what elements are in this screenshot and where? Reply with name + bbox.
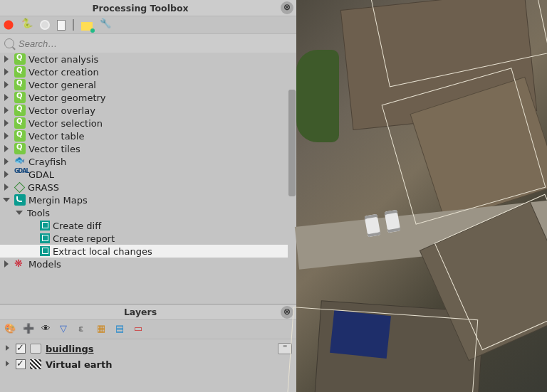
tree-algorithm-item[interactable]: Extract local changes: [0, 245, 296, 258]
tree-provider-item[interactable]: GDALGDAL: [0, 168, 296, 181]
disclosure-triangle-icon[interactable]: [3, 196, 11, 204]
tree-item-label: Vector selection: [28, 118, 103, 129]
tree-algorithm-item[interactable]: Create report: [0, 232, 296, 245]
edit-in-place-icon[interactable]: [81, 22, 93, 31]
tree-item-label: Vector general: [28, 80, 96, 90]
qgis-icon: [14, 79, 26, 90]
disclosure-triangle-icon[interactable]: [4, 361, 11, 368]
expand-all-icon[interactable]: [97, 324, 108, 335]
add-group-icon[interactable]: [23, 324, 34, 335]
processing-toolbar: [0, 16, 296, 34]
qgis-icon: [14, 105, 26, 116]
layers-toolbar: [0, 319, 296, 339]
processing-panel-title: Processing Toolbox: [0, 3, 281, 14]
left-dock: Processing Toolbox ⊗ Vector analysisVect…: [0, 0, 296, 392]
qgis-icon: [14, 66, 26, 78]
layers-panel-close-icon[interactable]: ⊗: [281, 306, 293, 319]
tree-provider-item[interactable]: Vector general: [0, 78, 296, 91]
disclosure-triangle-icon[interactable]: [3, 68, 11, 76]
remove-layer-icon[interactable]: [134, 324, 145, 335]
disclosure-triangle-icon[interactable]: [3, 183, 11, 191]
map-polygon: [286, 307, 479, 392]
qgis-icon: [14, 117, 26, 129]
tree-provider-item[interactable]: Models: [0, 258, 296, 270]
layer-visibility-checkbox[interactable]: [16, 344, 26, 354]
layer-visibility-checkbox[interactable]: [16, 359, 26, 369]
gdal-icon: GDAL: [14, 169, 26, 180]
processing-tree[interactable]: Vector analysisVector creationVector gen…: [0, 53, 296, 304]
filter-legend-icon[interactable]: [60, 324, 71, 335]
mergin-icon: [14, 194, 26, 206]
toolbar-separator: [73, 19, 74, 31]
tree-provider-item[interactable]: Vector tiles: [0, 142, 296, 155]
disclosure-triangle-icon[interactable]: [16, 208, 24, 217]
filter-expression-icon[interactable]: [78, 324, 90, 335]
tree-scrollbar-thumb[interactable]: [288, 90, 296, 196]
tree-provider-item[interactable]: Mergin Maps: [0, 194, 296, 206]
collapse-all-icon[interactable]: [115, 324, 127, 335]
layer-row[interactable]: buidlings≡: [0, 341, 296, 356]
tree-item-label: Vector overlay: [28, 105, 95, 116]
disclosure-triangle-icon[interactable]: [3, 55, 11, 63]
raster-symbol-icon: [30, 359, 41, 369]
tree-provider-item[interactable]: Crayfish: [0, 155, 296, 168]
tree-scrollbar[interactable]: [288, 53, 296, 304]
processing-panel-close-icon[interactable]: ⊗: [281, 1, 293, 14]
options-icon[interactable]: [100, 19, 111, 31]
tree-provider-item[interactable]: Vector geometry: [0, 91, 296, 104]
map-content: [296, 0, 547, 392]
tree-item-label: Extract local changes: [53, 246, 152, 257]
processing-panel-header: Processing Toolbox ⊗: [0, 0, 296, 16]
tree-provider-item[interactable]: Vector overlay: [0, 104, 296, 117]
disclosure-triangle-icon[interactable]: [4, 345, 11, 352]
layer-name-label: Virtual earth: [46, 359, 112, 370]
layer-row[interactable]: Virtual earth: [0, 356, 296, 372]
map-canvas[interactable]: [296, 0, 547, 392]
visibility-icon[interactable]: [41, 324, 53, 335]
tree-provider-item[interactable]: Vector table: [0, 129, 296, 142]
tree-provider-item[interactable]: Vector selection: [0, 117, 296, 129]
tree-item-label: Create diff: [53, 221, 101, 231]
disclosure-triangle-icon[interactable]: [3, 157, 11, 166]
layers-panel-title: Layers: [0, 307, 281, 317]
tool-icon: [40, 246, 50, 256]
disclosure-triangle-icon[interactable]: [3, 170, 11, 179]
qgis-icon: [14, 92, 26, 103]
tree-provider-item[interactable]: GRASS: [0, 181, 296, 194]
tree-item-label: Vector analysis: [28, 54, 98, 65]
layer-name-label: buidlings: [46, 344, 94, 354]
qgis-icon: [14, 53, 26, 65]
tree-item-label: Mergin Maps: [28, 195, 88, 206]
tree-item-label: Tools: [27, 208, 50, 218]
history-icon[interactable]: [40, 20, 50, 30]
tree-provider-item[interactable]: Vector analysis: [0, 53, 296, 65]
toolbox-icon[interactable]: [3, 19, 14, 31]
tree-item-label: Vector tiles: [28, 144, 80, 154]
tree-item-label: Create report: [53, 233, 115, 244]
disclosure-triangle-icon[interactable]: [3, 106, 11, 115]
disclosure-triangle-icon[interactable]: [3, 93, 11, 102]
python-icon[interactable]: [21, 19, 33, 31]
tree-provider-item[interactable]: Tools: [0, 206, 296, 219]
tree-item-label: GRASS: [28, 182, 59, 193]
search-icon: [4, 38, 14, 48]
tree-item-label: Vector geometry: [28, 92, 106, 103]
polygon-symbol-icon: [30, 344, 41, 354]
results-icon[interactable]: [57, 20, 66, 31]
disclosure-triangle-icon[interactable]: [3, 119, 11, 127]
crayfish-icon: [14, 156, 26, 167]
disclosure-triangle-icon[interactable]: [3, 260, 11, 268]
layers-panel-header: Layers ⊗: [0, 304, 296, 319]
disclosure-triangle-icon[interactable]: [3, 80, 11, 89]
grass-icon: [14, 181, 26, 193]
tree-item-label: Models: [28, 259, 61, 270]
layers-list[interactable]: buidlings≡Virtual earth: [0, 339, 296, 392]
tree-provider-item[interactable]: Vector creation: [0, 65, 296, 78]
disclosure-triangle-icon[interactable]: [3, 132, 11, 140]
tree-algorithm-item[interactable]: Create diff: [0, 219, 296, 232]
disclosure-triangle-icon[interactable]: [3, 144, 11, 153]
layer-style-icon[interactable]: [4, 324, 16, 335]
tree-item-label: GDAL: [28, 169, 54, 180]
processing-search-input[interactable]: [19, 38, 292, 49]
processing-search-row: [0, 34, 296, 53]
